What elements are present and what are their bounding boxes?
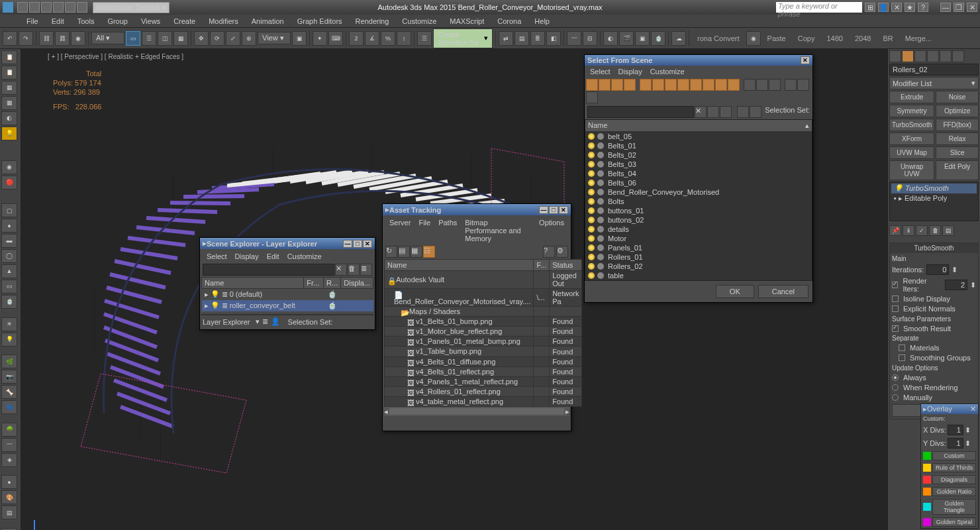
help-search-input[interactable]: Type a keyword or phrase [776, 2, 862, 13]
signin-icon[interactable]: 👤 [878, 3, 889, 12]
menu-rendering[interactable]: Rendering [349, 16, 396, 26]
man-radio[interactable] [892, 394, 899, 401]
tool-snap-spinner[interactable]: ↕ [397, 31, 411, 46]
infocenter-icon[interactable]: ⊞ [865, 3, 875, 12]
asset-row[interactable]: 🖼v4_Belts_01_diffuse.pngFound [385, 356, 582, 366]
le-foot-layers[interactable]: ≣ [262, 317, 268, 326]
asset-table[interactable]: NameF...Status 🔒Autodesk VaultLogged Out… [384, 259, 582, 407]
at-tb1[interactable]: ↻ [385, 246, 397, 258]
layer-table[interactable]: NameFr...R...Displa... ▸ 💡 ≣ 0 (default)… [201, 277, 373, 311]
at-menu-bitmap[interactable]: Bitmap Performance and Memory [465, 219, 531, 242]
tool-merge[interactable]: Merge... [900, 34, 937, 42]
close-button[interactable]: ✕ [967, 3, 977, 12]
le-col-d[interactable]: Displa... [341, 278, 373, 289]
lt-torus[interactable]: ◯ [1, 249, 17, 263]
help-icon[interactable]: ? [918, 3, 928, 12]
lt-light1[interactable]: ☀ [1, 317, 17, 331]
lt-3[interactable]: ▦ [1, 81, 17, 95]
lt-grass[interactable]: 🌿 [1, 354, 17, 368]
tool-rotate[interactable]: ⟳ [210, 31, 224, 46]
sfs-tb14[interactable] [756, 79, 768, 91]
menu-edit[interactable]: Edit [45, 16, 71, 26]
modifier-list-dropdown[interactable]: Modifier List▾ [889, 77, 979, 89]
always-radio[interactable] [892, 374, 899, 381]
mod-ffd[interactable]: FFD(box) [936, 119, 979, 131]
render-iters-check[interactable] [892, 282, 898, 288]
at-close-icon[interactable]: ✕ [559, 206, 568, 214]
asset-row[interactable]: 🖼v1_Table_bump.pngFound [385, 346, 582, 356]
sfs-col-name[interactable]: Name [588, 121, 607, 130]
at-scrollbar[interactable] [389, 408, 564, 415]
iterations-spinner[interactable] [926, 264, 949, 275]
sfs-close-icon[interactable]: ✕ [801, 56, 810, 64]
sfs-item[interactable]: Belts_02 [585, 150, 812, 160]
overlay-item[interactable]: Golden Spiral [921, 516, 978, 528]
sfs-opt3[interactable] [737, 106, 749, 118]
lt-tea[interactable]: 🍵 [1, 295, 17, 309]
tool-paste[interactable]: Paste [762, 34, 791, 42]
stack-remove[interactable]: 🗑 [929, 225, 941, 236]
lt-script[interactable]: ▤ [1, 505, 17, 519]
mod-relax[interactable]: Relax [936, 132, 979, 145]
at-menu-paths[interactable]: Paths [438, 219, 457, 242]
le-foot-obj[interactable]: 👤 [271, 317, 280, 326]
menu-modifiers[interactable]: Modifiers [202, 16, 245, 26]
at-scroll-left[interactable]: ◂ [384, 407, 388, 416]
asset-row[interactable]: 🔒Autodesk VaultLogged Out [385, 271, 582, 289]
lt-sph[interactable]: ● [1, 219, 17, 233]
tool-manipulate[interactable]: ✦ [313, 31, 327, 46]
at-scroll-right[interactable]: ▸ [565, 407, 569, 416]
sfs-tb17[interactable] [797, 79, 809, 91]
overlay-close-icon[interactable]: ✕ [970, 405, 976, 413]
sfs-item[interactable]: Bolts [585, 197, 812, 206]
tool-unlink[interactable]: ⛓̸ [55, 31, 70, 46]
qat-link[interactable] [77, 2, 87, 13]
lt-light[interactable]: 💡 [1, 127, 17, 140]
tab-create[interactable] [889, 50, 901, 62]
tool-keyboard[interactable]: ⌨ [328, 31, 343, 46]
sfs-ok-button[interactable]: OK [716, 285, 754, 298]
sfs-filter-input[interactable] [587, 106, 694, 118]
mod-optimize[interactable]: Optimize [936, 105, 979, 117]
stack-show[interactable]: ⅱ [903, 225, 914, 236]
sfs-item[interactable]: Belts_01 [585, 141, 812, 150]
asset-row[interactable]: 🖼v1_Belts_01_bump.pngFound [385, 317, 582, 327]
le-max-icon[interactable]: □ [353, 240, 362, 248]
selection-filter-dropdown[interactable]: All ▾ [91, 32, 124, 44]
mat-check[interactable] [899, 344, 905, 351]
minimize-button[interactable]: — [940, 3, 951, 12]
lt-1[interactable]: 📋 [1, 50, 17, 64]
sfs-item[interactable]: table [585, 271, 812, 280]
tool-schematic[interactable]: ⊟ [583, 31, 597, 46]
le-col-fr[interactable]: Fr... [304, 278, 324, 289]
tool-link[interactable]: ⛓ [39, 31, 54, 46]
render-iters-spinner[interactable] [945, 280, 967, 290]
smooth-check[interactable] [892, 325, 899, 332]
asset-row[interactable]: 🖼v4_Rollers_01_reflect.pngFound [385, 386, 582, 396]
tab-hierarchy[interactable] [914, 50, 926, 62]
sg-check[interactable] [899, 354, 905, 361]
ts-title[interactable]: TurboSmooth [890, 243, 978, 253]
menu-customize[interactable]: Customize [395, 16, 443, 26]
tool-layers[interactable]: ≣ [530, 31, 545, 46]
at-config-icon[interactable]: ⚙ [556, 246, 568, 258]
le-menu-display[interactable]: Display [235, 252, 259, 260]
tool-select-name[interactable]: ☰ [142, 31, 156, 46]
at-col-status[interactable]: Status [550, 260, 582, 271]
tool-select[interactable]: ▭ [126, 31, 140, 46]
tool-render-setup[interactable]: 🎬 [619, 31, 634, 46]
tool-copy[interactable]: Copy [793, 34, 820, 42]
le-min-icon[interactable]: — [343, 240, 352, 248]
at-tb3[interactable]: ▦ [411, 246, 422, 258]
qat-undo[interactable] [53, 2, 64, 13]
mod-symmetry[interactable]: Symmetry [889, 105, 934, 117]
lt-box[interactable]: ▢ [1, 203, 17, 217]
named-selection-dropdown[interactable]: Create Selection Se▾ [433, 28, 493, 48]
mod-unwrap[interactable]: Unwrap UVW [889, 160, 934, 180]
tab-display[interactable] [940, 50, 952, 62]
asset-row[interactable]: 🖼v4_Panels_1_metal_reflect.pngFound [385, 376, 582, 386]
le-filter-input[interactable] [203, 264, 334, 276]
sfs-menu-customize[interactable]: Customize [650, 68, 685, 76]
asset-row[interactable]: 🖼v4_table_metal_reflect.pngFound [385, 396, 582, 406]
mod-extrude[interactable]: Extrude [889, 91, 934, 103]
